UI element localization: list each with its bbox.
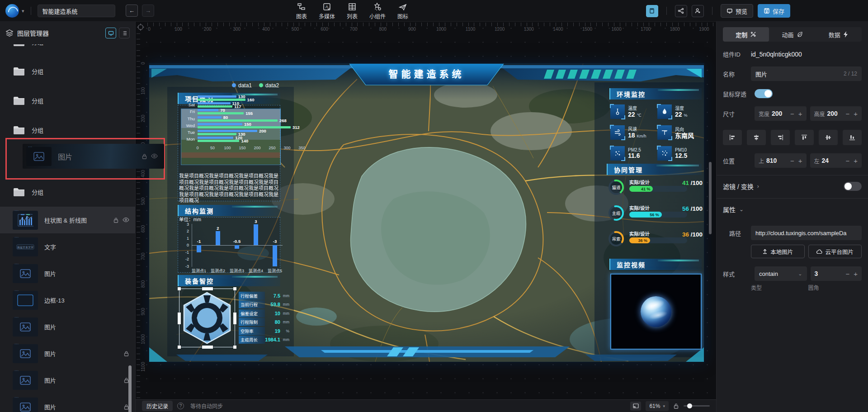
structure-bar-chart[interactable]: 3210-1-2-3-1监测点12监测点2-0.5监测点33监测点4-3监测点5 xyxy=(181,224,283,274)
align-bottom-button[interactable] xyxy=(843,130,862,145)
chevron-right-icon[interactable]: › xyxy=(757,183,759,189)
list-view-button[interactable] xyxy=(119,28,130,38)
layer-item[interactable]: 柱状图 & 折线图 xyxy=(0,207,136,233)
resize-handle[interactable] xyxy=(233,287,236,290)
align-top-button[interactable] xyxy=(795,130,814,145)
logo-chevron-down-icon[interactable]: ▾ xyxy=(22,8,24,14)
align-h-center-button[interactable] xyxy=(747,130,766,145)
tool-media[interactable]: A 多媒体 xyxy=(319,2,335,20)
tab-animation[interactable]: 动画 xyxy=(769,27,815,42)
add-user-button[interactable] xyxy=(692,5,704,17)
layer-item-selected[interactable]: 图片 xyxy=(23,144,164,169)
layer-item[interactable]: 图片 xyxy=(0,367,136,393)
thumbnail-view-button[interactable] xyxy=(105,28,116,38)
structure-panel-title[interactable]: 结构监测 xyxy=(178,205,280,216)
ruler-origin-icon[interactable] xyxy=(137,23,145,31)
cloud-image-button[interactable]: 云平台图片 xyxy=(808,245,862,258)
fit-select[interactable]: contain ⌄ xyxy=(755,266,807,281)
dashboard-design[interactable]: 智能建造系统 data1 data2 项目概况 Sun130160S xyxy=(149,63,704,362)
align-left-button[interactable] xyxy=(723,130,742,145)
plus-icon[interactable]: + xyxy=(798,110,802,118)
plus-icon[interactable]: + xyxy=(854,110,858,118)
layer-item[interactable]: 分组 xyxy=(0,57,136,86)
tool-widget[interactable]: 小组件 xyxy=(369,2,386,20)
help-icon[interactable]: ? xyxy=(177,403,184,409)
layer-item[interactable]: 图片 xyxy=(0,313,136,340)
lock-icon[interactable] xyxy=(123,350,129,357)
layer-item[interactable]: 图片 xyxy=(0,260,136,287)
align-right-button[interactable] xyxy=(771,130,790,145)
minus-icon[interactable]: − xyxy=(845,110,849,118)
tab-custom[interactable]: 定制 xyxy=(723,27,769,42)
filter-toggle[interactable] xyxy=(844,182,862,191)
path-input[interactable] xyxy=(755,230,857,237)
share-button[interactable] xyxy=(675,5,687,17)
eye-icon[interactable] xyxy=(151,153,158,160)
tool-icon-lib[interactable]: 图标 xyxy=(397,2,408,20)
tab-data[interactable]: 数据 xyxy=(816,27,862,42)
resize-handle[interactable] xyxy=(202,287,213,290)
zoom-slider[interactable] xyxy=(684,405,710,407)
radius-stepper[interactable]: 3 −+ xyxy=(811,266,862,281)
layer-item[interactable]: 边框-13 xyxy=(0,287,136,313)
tool-list[interactable]: 列表 xyxy=(347,2,358,20)
height-stepper[interactable]: 高度 200 −+ xyxy=(810,106,862,121)
zoom-select[interactable]: 61% ▾ xyxy=(646,401,669,411)
resize-handle[interactable] xyxy=(202,346,213,349)
save-button[interactable]: 保存 xyxy=(758,4,790,18)
tool-chart[interactable]: 图表 xyxy=(296,2,307,20)
history-panel-button[interactable] xyxy=(646,5,658,17)
preview-button[interactable]: 预览 xyxy=(721,4,753,18)
layer-item[interactable]: 图片 xyxy=(0,340,136,367)
name-input[interactable] xyxy=(755,71,844,77)
monitor-video[interactable] xyxy=(610,274,702,350)
align-v-center-button[interactable] xyxy=(819,130,838,145)
local-image-button[interactable]: 本地图片 xyxy=(751,245,805,258)
layer-item[interactable]: 图片 xyxy=(0,393,136,412)
resize-handle[interactable] xyxy=(178,346,181,349)
project-bar-chart[interactable]: Sun130160Sat110117Fri70155Thu80268Wed150… xyxy=(178,95,313,143)
minus-icon[interactable]: − xyxy=(790,110,794,118)
resize-handle[interactable] xyxy=(178,287,181,290)
mouse-through-toggle[interactable] xyxy=(755,89,773,98)
layer-item[interactable]: 我是文本文字文字 xyxy=(0,233,136,260)
equipment-panel-title[interactable]: 装备智控 xyxy=(178,275,280,286)
selected-image-component[interactable] xyxy=(179,289,235,347)
lock-icon[interactable] xyxy=(142,153,147,160)
app-logo-icon[interactable] xyxy=(5,4,19,18)
canvas-scrollbar[interactable] xyxy=(709,162,712,234)
panel-toggle-button[interactable] xyxy=(630,402,641,411)
project-name-input[interactable] xyxy=(38,5,115,17)
zoom-lock-icon[interactable] xyxy=(673,403,679,409)
resize-handle[interactable] xyxy=(178,313,181,324)
minus-icon[interactable]: − xyxy=(845,270,849,278)
env-panel-title[interactable]: 环境监控 xyxy=(609,88,702,99)
plus-icon[interactable]: + xyxy=(854,157,858,165)
chevron-down-icon[interactable]: ⌄ xyxy=(739,206,744,213)
minus-icon[interactable]: − xyxy=(790,157,794,165)
layer-item[interactable]: 分组 xyxy=(0,44,136,57)
layer-item[interactable]: 分组 xyxy=(0,177,136,207)
image-thumbnail xyxy=(13,344,38,363)
progress-count: 41 /100 xyxy=(682,180,703,186)
canvas-viewport[interactable]: 0100200300400500600700800900100011001200… xyxy=(136,22,716,399)
layer-item[interactable]: 分组 xyxy=(0,86,136,115)
back-button[interactable]: ← xyxy=(126,5,138,17)
zoom-slider-handle[interactable] xyxy=(687,403,692,408)
resize-handle[interactable] xyxy=(233,346,236,349)
component-toolbar: 图表 A 多媒体 列表 小组件 图标 xyxy=(296,0,408,22)
forward-button[interactable]: → xyxy=(142,5,154,17)
resize-handle[interactable] xyxy=(233,313,236,324)
width-stepper[interactable]: 宽度 200 −+ xyxy=(755,106,807,121)
minus-icon[interactable]: − xyxy=(845,157,849,165)
video-panel-title[interactable]: 监控视频 xyxy=(609,259,702,270)
history-button[interactable]: 历史记录 xyxy=(142,401,173,411)
left-stepper[interactable]: 左 24 −+ xyxy=(810,153,862,168)
sidebar-scrollbar[interactable] xyxy=(128,365,132,412)
plus-icon[interactable]: + xyxy=(798,157,802,165)
lock-icon[interactable] xyxy=(113,217,119,223)
eye-icon[interactable] xyxy=(123,217,129,223)
collab-panel-title[interactable]: 协同管理 xyxy=(607,164,702,175)
top-stepper[interactable]: 上 810 −+ xyxy=(755,153,807,168)
plus-icon[interactable]: + xyxy=(854,270,858,278)
